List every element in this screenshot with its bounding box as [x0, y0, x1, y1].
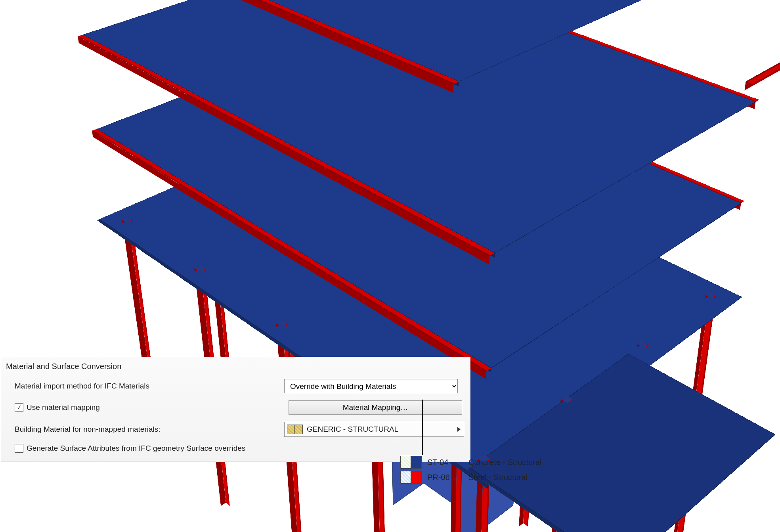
material-swatch-icon [287, 425, 303, 434]
legend-row-concrete: ST-04 Concrete - Structural [400, 456, 542, 469]
legend-code: PR-06 [427, 473, 463, 482]
use-mapping-checkbox[interactable]: ✓ Use material mapping Material Mapping… [15, 400, 462, 415]
legend-name: Concrete - Structural [468, 458, 542, 467]
material-mapping-button[interactable]: Material Mapping… [289, 400, 462, 415]
legend-code: ST-04 [427, 458, 463, 467]
non-mapped-material-value: GENERIC - STRUCTURAL [307, 425, 398, 434]
legend-swatch-icon [400, 471, 422, 484]
panel-title: Material and Surface Conversion [6, 362, 462, 371]
material-conversion-panel: Material and Surface Conversion Material… [1, 357, 470, 462]
checkbox-icon [15, 444, 23, 453]
import-method-label: Material import method for IFC Materials [15, 382, 284, 390]
legend-swatch-icon [400, 456, 422, 469]
checkbox-icon: ✓ [15, 403, 23, 412]
generate-surface-label: Generate Surface Attributes from IFC geo… [27, 444, 245, 453]
generate-surface-checkbox[interactable]: Generate Surface Attributes from IFC geo… [15, 444, 462, 453]
legend-name: Steel - Structural [468, 473, 528, 482]
callout-line [422, 400, 423, 455]
material-mapping-legend: ST-04 Concrete - Structural PR-06 Steel … [400, 456, 542, 486]
non-mapped-label: Building Material for non-mapped materia… [15, 425, 284, 434]
legend-row-steel: PR-06 Steel - Structural [400, 471, 542, 484]
use-mapping-label: Use material mapping [27, 403, 100, 412]
import-method-select[interactable]: Override with Building Materials [284, 379, 458, 393]
non-mapped-material-picker[interactable]: GENERIC - STRUCTURAL [284, 422, 464, 437]
chevron-right-icon [457, 427, 461, 432]
